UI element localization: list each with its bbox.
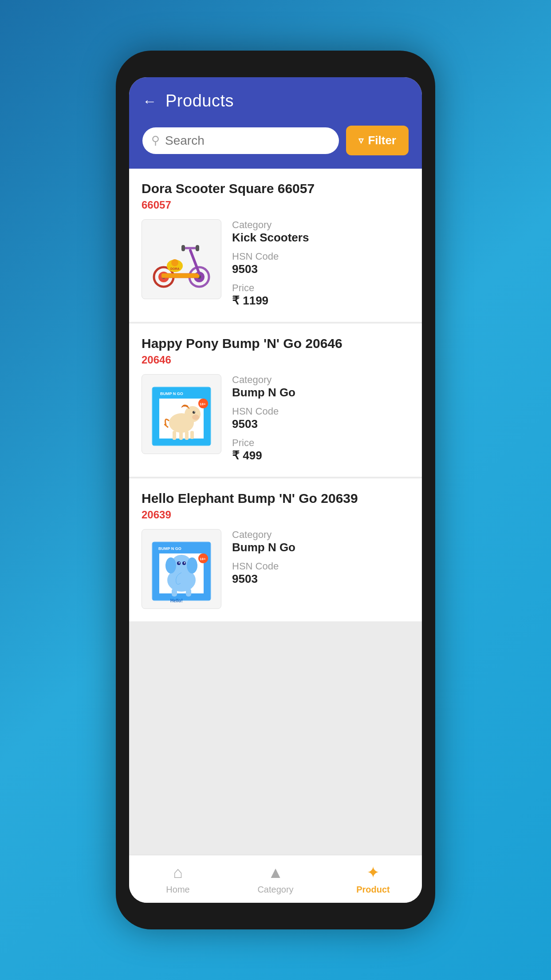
product-name: Happy Pony Bump 'N' Go 20646 (142, 336, 409, 351)
svg-point-23 (192, 415, 199, 420)
product-image: BUMP N GO 18+ (142, 374, 221, 454)
svg-rect-10 (181, 245, 185, 251)
product-card[interactable]: Happy Pony Bump 'N' Go 20646 20646 (129, 324, 422, 477)
svg-text:BUMP N GO: BUMP N GO (158, 546, 181, 551)
filter-button[interactable]: ▿ Filter (346, 126, 409, 155)
svg-rect-29 (190, 431, 194, 439)
hsn-label: HSN Code (232, 406, 409, 417)
back-button[interactable]: ← (142, 94, 157, 108)
nav-label-home: Home (166, 885, 189, 895)
product-code: 20646 (142, 354, 409, 366)
category-value: Bump N Go (232, 541, 409, 554)
svg-rect-38 (204, 542, 210, 600)
nav-label-product: Product (356, 885, 390, 895)
hsn-value: 9503 (232, 572, 409, 586)
price-label: Price (232, 437, 409, 449)
product-card[interactable]: Dora Scooter Square 66057 66057 (129, 169, 422, 322)
phone-screen: ← Products ⚲ ▿ Filter Dora Scooter Squar… (129, 77, 422, 903)
nav-item-product[interactable]: ✦ Product (324, 863, 422, 895)
svg-point-44 (179, 562, 180, 564)
svg-rect-48 (186, 589, 191, 597)
product-name: Hello Elephant Bump 'N' Go 20639 (142, 491, 409, 506)
filter-label: Filter (368, 134, 396, 147)
page-title: Products (165, 91, 234, 111)
hsn-value: 9503 (232, 262, 409, 276)
category-value: Kick Scooters (232, 231, 409, 245)
product-image: DORA (142, 219, 221, 299)
bottom-nav: ⌂ Home ▲ Category ✦ Product (129, 855, 422, 903)
svg-point-22 (185, 406, 201, 422)
svg-text:18+: 18+ (200, 557, 206, 561)
category-label: Category (232, 529, 409, 541)
svg-rect-47 (172, 589, 177, 597)
product-details-row: DORA Category Kick Scooters HSN Code 950… (142, 219, 409, 309)
svg-rect-7 (161, 273, 199, 278)
svg-rect-11 (196, 245, 199, 251)
price-value: ₹ 1199 (232, 294, 409, 308)
search-bar-container: ⚲ ▿ Filter (129, 121, 422, 169)
svg-point-46 (184, 562, 185, 564)
search-icon: ⚲ (151, 134, 160, 147)
svg-text:18+: 18+ (200, 402, 206, 406)
price-value: ₹ 499 (232, 449, 409, 462)
filter-icon: ▿ (358, 135, 363, 146)
product-info: Category Bump N Go HSN Code 9503 Price ₹… (232, 374, 409, 464)
search-input[interactable] (165, 134, 330, 148)
product-info: Category Bump N Go HSN Code 9503 (232, 529, 409, 588)
svg-point-13 (171, 259, 178, 266)
svg-rect-19 (153, 387, 159, 445)
svg-text:BUMP N GO: BUMP N GO (160, 391, 183, 396)
products-list: Dora Scooter Square 66057 66057 (129, 169, 422, 855)
svg-point-25 (194, 411, 195, 412)
product-details-row: BUMP N GO 18+ Category Bump N Go HSN Cod (142, 374, 409, 464)
product-code: 20639 (142, 509, 409, 521)
header: ← Products (129, 77, 422, 121)
svg-point-42 (187, 557, 197, 573)
hsn-value: 9503 (232, 417, 409, 431)
price-label: Price (232, 282, 409, 294)
svg-rect-20 (204, 387, 210, 445)
hsn-label: HSN Code (232, 251, 409, 262)
svg-rect-28 (185, 431, 189, 440)
home-icon: ⌂ (173, 863, 183, 882)
product-code: 66057 (142, 199, 409, 211)
product-icon: ✦ (366, 863, 380, 882)
category-label: Category (232, 219, 409, 231)
svg-text:DORA: DORA (170, 267, 180, 270)
search-input-wrapper: ⚲ (142, 127, 339, 154)
category-label: Category (232, 374, 409, 386)
svg-rect-26 (173, 431, 176, 440)
category-value: Bump N Go (232, 386, 409, 399)
svg-rect-27 (179, 431, 183, 440)
svg-text:Hello!: Hello! (170, 598, 183, 603)
hsn-label: HSN Code (232, 561, 409, 572)
svg-rect-37 (153, 542, 159, 600)
nav-label-category: Category (257, 885, 293, 895)
category-icon: ▲ (268, 863, 283, 882)
nav-item-home[interactable]: ⌂ Home (129, 863, 227, 895)
svg-point-41 (165, 557, 176, 573)
product-card[interactable]: Hello Elephant Bump 'N' Go 20639 20639 (129, 478, 422, 621)
product-name: Dora Scooter Square 66057 (142, 181, 409, 196)
product-info: Category Kick Scooters HSN Code 9503 Pri… (232, 219, 409, 309)
nav-item-category[interactable]: ▲ Category (227, 863, 324, 895)
phone-shell: ← Products ⚲ ▿ Filter Dora Scooter Squar… (116, 51, 435, 929)
product-image: BUMP N GO 18+ Hello! (142, 529, 221, 609)
svg-point-24 (193, 411, 195, 414)
product-details-row: BUMP N GO 18+ Hello! Category Bump N Go (142, 529, 409, 609)
